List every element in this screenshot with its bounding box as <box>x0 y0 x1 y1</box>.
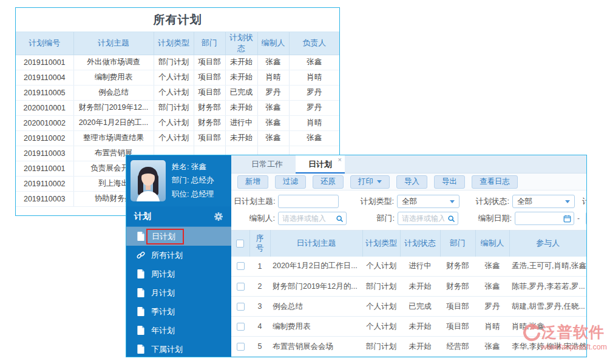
sidebar-item-monthly-plan[interactable]: 月计划 <box>126 283 231 302</box>
status-filter-select[interactable]: 全部 <box>512 195 575 208</box>
type-filter-select[interactable]: 全部 <box>397 195 459 208</box>
col-plan-type: 计划类型 <box>154 32 194 55</box>
cell: 肖晴 <box>257 70 289 85</box>
plan-link[interactable]: 财务部门2019年12月的... <box>270 277 362 297</box>
cell: 个人计划 <box>362 297 400 317</box>
row-checkbox[interactable] <box>237 323 245 331</box>
cell: 部门计划 <box>154 100 194 115</box>
plan-link[interactable]: 布置营销展会会场 <box>270 337 362 357</box>
cell: 2019110002 <box>16 130 73 146</box>
sidebar-item-daily-plan[interactable]: 日计划 <box>126 227 231 246</box>
restore-button[interactable]: 还原 <box>313 175 344 189</box>
cell: 张鑫 <box>475 277 509 297</box>
search-icon[interactable] <box>336 214 344 222</box>
cell: 部门计划 <box>154 55 194 70</box>
sidebar-item-label: 下属计划 <box>151 344 183 355</box>
import-button[interactable]: 导入 <box>396 175 427 189</box>
cell: 编制费用表 <box>73 70 154 85</box>
tab-daily-work[interactable]: 日常工作 <box>239 155 296 174</box>
row-checkbox[interactable] <box>237 262 245 270</box>
row-checkbox[interactable] <box>237 343 245 351</box>
cell: 经营部 <box>440 337 475 357</box>
date-to-input[interactable] <box>586 212 586 225</box>
sidebar-item-label: 周计划 <box>151 269 175 280</box>
compiler-filter-label: 编制人: <box>234 213 275 224</box>
date-filter-label: 编制日期: <box>475 213 512 224</box>
date-to-field <box>586 212 586 225</box>
sidebar-item-weekly-plan[interactable]: 周计划 <box>126 265 231 283</box>
cell: 肖晴 <box>475 317 509 337</box>
table-row: 1 2020年1月2日的工作日... 个人计划 进行中 财务部 张鑫 孟浩,王可… <box>231 257 586 277</box>
cell: 个人计划 <box>154 130 194 146</box>
cell: 张鑫 <box>257 100 289 115</box>
print-button[interactable]: 打印 <box>350 175 390 189</box>
page-title: 所有计划 <box>16 8 339 32</box>
gear-icon[interactable] <box>214 212 223 221</box>
cell: 未开始 <box>400 277 440 297</box>
cell: 2019110003 <box>16 191 73 206</box>
select-all-checkbox[interactable] <box>236 240 244 248</box>
add-button[interactable]: 新增 <box>237 175 268 189</box>
cell <box>231 257 249 277</box>
col-plan-no: 计划编号 <box>16 32 73 55</box>
cell: 2020年1月2日的工... <box>73 115 154 130</box>
cell: 2 <box>249 277 270 297</box>
tab-label: 日常工作 <box>251 160 283 169</box>
cell: 个人计划 <box>362 317 400 337</box>
table-header-row: 序号 日计划主题 计划类型 计划状态 部门 编制人 参与人 <box>231 231 586 257</box>
tab-daily-plan[interactable]: 日计划 × <box>296 155 345 174</box>
table-header-row: 计划编号 计划主题 计划类型 部门 计划状态 编制人 负责人 <box>16 32 339 55</box>
clipped-filter-label: 计 <box>582 196 586 207</box>
col-subject: 日计划主题 <box>270 231 362 257</box>
col-dept: 部门 <box>440 231 475 257</box>
sidebar-item-all-plans[interactable]: 所有计划 <box>126 246 231 265</box>
subject-filter-input[interactable] <box>278 195 339 208</box>
cell: 4 <box>249 317 270 337</box>
desktop: 所有计划 计划编号 计划主题 计划类型 部门 计划状态 编制人 负责人 2019… <box>0 0 607 364</box>
sidebar-menu: 日计划 所有计划 周计划 <box>126 227 231 357</box>
sidebar-item-yearly-plan[interactable]: 年计划 <box>126 321 231 340</box>
close-icon[interactable]: × <box>338 156 342 164</box>
sidebar-title: 计划 <box>134 211 151 222</box>
toolbar: 新增 过滤 还原 打印 导入 导出 查看日志 <box>231 174 586 190</box>
cell: 财务部门2019年12... <box>73 100 154 115</box>
subject-filter-label: 日计划主题: <box>234 196 275 207</box>
date-range-separator: - <box>577 214 580 223</box>
calendar-icon[interactable] <box>563 214 571 222</box>
export-button[interactable]: 导出 <box>434 175 465 189</box>
plan-link[interactable]: 例会总结 <box>270 297 362 317</box>
cell: 未开始 <box>400 337 440 357</box>
cell: 已完成 <box>400 297 440 317</box>
search-icon[interactable] <box>447 214 455 222</box>
cell: 例会总结 <box>73 85 154 100</box>
cell: 已完成 <box>225 85 257 100</box>
table-row: 2019110005例会总结个人计划项目部已完成罗丹罗丹 <box>16 85 339 100</box>
cell: 项目部 <box>440 317 475 337</box>
cell: 财务部 <box>440 257 475 277</box>
row-checkbox[interactable] <box>237 303 245 311</box>
cell: 3 <box>249 297 270 317</box>
cell: 项目部 <box>194 85 225 100</box>
compiler-filter-field <box>278 212 347 225</box>
table-row: 2020010001财务部门2019年12...部门计划财务部未开始张鑫罗丹 <box>16 100 339 115</box>
cell: 肖晴 <box>289 70 339 85</box>
cell: 进行中 <box>225 115 257 130</box>
cell: 外出做市场调查 <box>73 55 154 70</box>
file-icon <box>137 307 145 316</box>
cell: 个人计划 <box>154 70 194 85</box>
date-from-field <box>515 212 574 225</box>
cell: 2019110001 <box>16 55 73 70</box>
table-row: 20200100022020年1月2日的工...个人计划财务部进行中张鑫肖晴 <box>16 115 339 130</box>
profile-dept: 部门: 总经办 <box>172 175 214 186</box>
sidebar-header: 计划 <box>126 206 231 227</box>
file-icon <box>137 326 145 335</box>
plan-link[interactable]: 2020年1月2日的工作日... <box>270 257 362 277</box>
view-log-button[interactable]: 查看日志 <box>472 175 518 189</box>
cell: 罗丹 <box>289 100 339 115</box>
filter-button[interactable]: 过滤 <box>275 175 306 189</box>
sidebar-item-subordinate-plan[interactable]: 下属计划 <box>126 340 231 357</box>
sidebar-item-quarterly-plan[interactable]: 季计划 <box>126 302 231 321</box>
plan-link[interactable]: 编制费用表 <box>270 317 362 337</box>
cell: 部门计划 <box>362 277 400 297</box>
row-checkbox[interactable] <box>237 283 245 291</box>
